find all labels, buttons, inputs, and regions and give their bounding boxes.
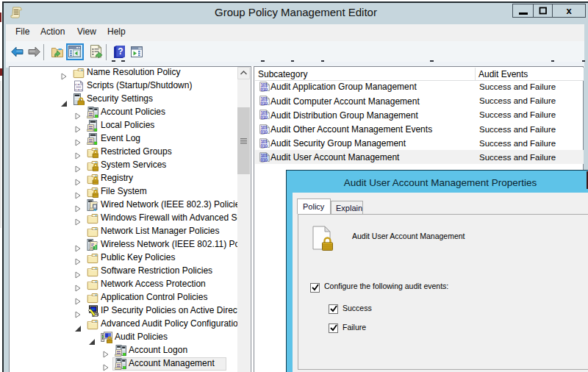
- svg-text:<=>: <=>: [75, 82, 83, 87]
- svg-text:010: 010: [260, 157, 268, 162]
- svg-text:010: 010: [260, 129, 268, 134]
- svg-text:010: 010: [260, 143, 268, 148]
- svg-text:?: ?: [118, 46, 123, 57]
- svg-text:010: 010: [260, 115, 268, 120]
- svg-text:010: 010: [260, 101, 268, 106]
- svg-text:<=>: <=>: [75, 87, 83, 93]
- svg-text:010: 010: [260, 87, 268, 92]
